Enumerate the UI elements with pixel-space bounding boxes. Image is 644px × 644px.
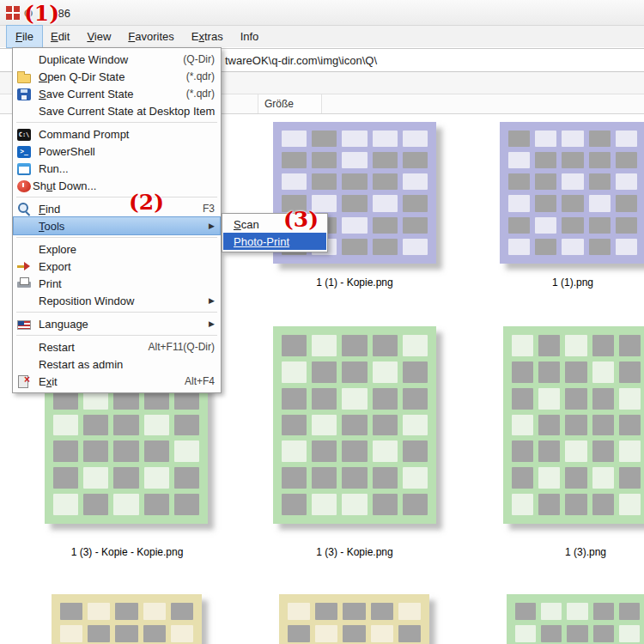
thumbnail-cell <box>174 467 199 489</box>
search-icon <box>17 202 31 216</box>
thumbnail-cell <box>342 195 367 211</box>
menu-item-shut-down[interactable]: Shut Down... <box>14 177 220 194</box>
menu-item-command-prompt[interactable]: Command Prompt <box>14 125 220 143</box>
thumbnail-cell <box>371 625 393 642</box>
thumbnail-cell <box>592 440 614 462</box>
file-name[interactable]: 1 (3) - Kopie - Kopie.png <box>41 546 213 558</box>
file-thumbnail[interactable] <box>500 122 644 264</box>
menu-item-open-qdir-state[interactable]: Open Q-Dir State (*.qdr) <box>14 68 220 85</box>
thumbnail-cell <box>113 467 138 489</box>
menu-extras-label: Extras <box>191 30 223 43</box>
thumbnail-cell <box>403 239 428 255</box>
menu-item-export[interactable]: Export <box>14 258 220 275</box>
thumbnail-cell <box>171 625 193 642</box>
thumbnail-cell <box>567 603 587 620</box>
menu-item-powershell[interactable]: PowerShell <box>14 143 220 160</box>
menu-item-run[interactable]: Run... <box>14 160 220 177</box>
thumbnail-cell <box>113 415 138 436</box>
thumbnail-cell <box>515 603 536 620</box>
file-name[interactable]: 1 (1) - Kopie.png <box>269 276 440 289</box>
file-thumbnail[interactable] <box>52 594 202 644</box>
menu-item-print[interactable]: Print <box>14 275 220 292</box>
file-thumbnail[interactable] <box>503 326 644 524</box>
thumbnail-cell <box>541 603 562 620</box>
menu-item-label: Tools <box>39 220 202 233</box>
thumbnail-cell <box>508 239 530 255</box>
thumbnail-cell <box>312 195 337 211</box>
thumbnail-cell <box>508 131 530 147</box>
menu-item-restart-as-admin[interactable]: Restart as admin <box>14 355 220 373</box>
menu-item-exit[interactable]: Exit Alt+F4 <box>14 373 220 390</box>
thumbnail-cell <box>565 440 586 462</box>
menu-item-reposition-window[interactable]: Reposition Window ▶ <box>14 292 220 309</box>
thumbnail-cell <box>398 625 421 642</box>
menu-item-label: PowerShell <box>39 145 215 158</box>
menu-item-find[interactable]: Find F3 <box>14 200 220 217</box>
thumbnail-cell <box>592 388 614 410</box>
file-name[interactable]: 1 (3).png <box>500 546 644 558</box>
menu-view[interactable]: View <box>78 26 119 47</box>
file-menu-dropdown: Duplicate Window (Q-Dir) Open Q-Dir Stat… <box>12 47 222 393</box>
submenu-item-label: Photo-Print <box>234 235 319 248</box>
thumbnail-cell <box>282 494 307 515</box>
menu-item-explore[interactable]: Explore <box>14 240 220 258</box>
thumbnail-cell <box>342 173 367 190</box>
run-icon <box>17 163 31 175</box>
thumbnail-cell <box>403 440 428 462</box>
thumbnail-cell <box>315 603 337 620</box>
thumbnail-cell <box>282 440 307 462</box>
thumbnail-cell <box>589 217 611 234</box>
menu-favorites-label: Favorites <box>128 30 173 43</box>
menu-info[interactable]: Info <box>232 26 268 47</box>
menu-item-label: Command Prompt <box>39 128 215 141</box>
thumbnail-cell <box>312 467 337 489</box>
menu-item-save-current-state[interactable]: Save Current State (*.qdr) <box>14 85 220 102</box>
menu-item-label: Save Current State <box>39 88 179 100</box>
thumbnail-cell <box>373 173 398 190</box>
thumbnail-cell <box>538 388 560 410</box>
thumbnail-cell <box>342 361 367 383</box>
column-header-size[interactable]: Größe <box>258 94 322 113</box>
menu-item-shortcut: F3 <box>203 203 215 215</box>
menu-extras[interactable]: Extras <box>183 26 232 47</box>
powershell-icon <box>17 146 31 158</box>
submenu-item-scan[interactable]: Scan <box>223 216 326 233</box>
thumbnail-cell <box>589 131 611 147</box>
menu-view-label: View <box>87 30 111 43</box>
thumbnail-cell <box>512 388 533 410</box>
thumbnail-cell <box>616 239 637 255</box>
thumbnail-cell <box>53 415 78 436</box>
thumbnail-cell <box>562 195 583 211</box>
menu-item-tools[interactable]: Tools ▶ <box>14 217 220 234</box>
file-thumbnail[interactable] <box>273 326 436 524</box>
file-thumbnail[interactable] <box>279 594 429 644</box>
menu-item-restart[interactable]: Restart Alt+F11(Q-Dir) <box>14 338 220 355</box>
menu-item-language[interactable]: Language ▶ <box>14 315 220 332</box>
thumbnail-cell <box>312 152 337 168</box>
file-thumbnail[interactable] <box>507 594 644 644</box>
thumbnail-cell <box>144 415 169 436</box>
menu-item-shortcut: Alt+F4 <box>185 375 215 387</box>
menu-edit[interactable]: Edit <box>42 26 78 47</box>
file-name[interactable]: 1 (1).png <box>487 276 644 289</box>
thumbnail-cell <box>512 467 533 489</box>
thumbnail-cell <box>113 494 138 515</box>
thumbnail-cell <box>342 440 367 462</box>
thumbnail-cell <box>403 415 428 436</box>
menu-item-duplicate-window[interactable]: Duplicate Window (Q-Dir) <box>14 51 220 68</box>
icon-spacer <box>17 340 31 354</box>
submenu-item-photo-print[interactable]: Photo-Print <box>223 233 326 250</box>
thumbnail-cell <box>565 415 586 436</box>
menu-item-label: Export <box>39 260 215 273</box>
menu-favorites[interactable]: Favorites <box>119 26 182 47</box>
thumbnail-cell <box>593 603 614 620</box>
menu-item-label: Open Q-Dir State <box>39 70 179 83</box>
thumbnail-cell <box>538 467 560 489</box>
thumbnail-cell <box>403 152 428 168</box>
menu-file[interactable]: File <box>7 26 42 47</box>
menu-separator <box>16 122 217 123</box>
thumbnail-cell <box>567 625 587 642</box>
file-name[interactable]: 1 (3) - Kopie.png <box>269 546 440 558</box>
thumbnail-cell <box>619 625 640 642</box>
menu-item-save-state-desktop[interactable]: Save Current State at Desktop Item <box>14 102 220 119</box>
